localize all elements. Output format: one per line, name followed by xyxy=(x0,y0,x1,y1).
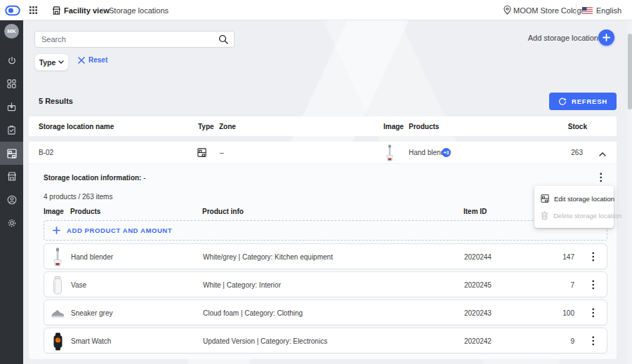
refresh-icon xyxy=(558,97,567,106)
account-circle-icon xyxy=(7,195,17,205)
more-products-badge[interactable]: +3 xyxy=(442,148,451,157)
menu-item-label: Edit storage location xyxy=(554,195,614,203)
menu-item-edit-storage-location[interactable]: Edit storage location xyxy=(534,190,614,207)
results-count: 5 Results xyxy=(39,97,73,105)
clipboard-check-icon xyxy=(7,126,16,135)
chevron-up-icon xyxy=(599,152,606,156)
smart-watch-image xyxy=(51,332,65,351)
menu-item-delete-storage-location[interactable]: Delete storage location xyxy=(534,207,614,224)
location-type-icon xyxy=(197,148,206,159)
product-name: Hand blender xyxy=(71,253,113,261)
location-options-button[interactable] xyxy=(596,172,606,183)
storage-location-row[interactable]: B-02 – Hand blender +3 263 xyxy=(29,142,617,163)
top-bar: Facility view | Storage locations MOOM S… xyxy=(0,0,632,20)
storage-location-information: Storage location information: - xyxy=(44,174,146,182)
breadcrumb-page[interactable]: Storage locations xyxy=(109,0,169,20)
location-product-image xyxy=(383,144,396,163)
vertical-scrollbar[interactable] xyxy=(628,20,632,364)
user-avatar[interactable]: MK xyxy=(4,24,19,39)
add-product-label: ADD PRODUCT AND AMOUNT xyxy=(67,227,172,234)
detail-col-image: Image xyxy=(44,208,64,215)
brand-logo-icon[interactable] xyxy=(5,0,20,20)
product-options-button[interactable] xyxy=(592,308,595,321)
search-icon[interactable] xyxy=(218,34,234,44)
detail-col-products: Products xyxy=(70,208,100,215)
sneaker-image xyxy=(51,304,65,323)
refresh-button[interactable]: REFRESH xyxy=(549,93,617,110)
products-summary: 4 products / 263 items xyxy=(44,193,112,201)
kebab-menu-icon xyxy=(592,308,595,318)
store-awning-icon xyxy=(7,172,17,181)
sidebar-item-dashboard[interactable] xyxy=(0,72,23,95)
product-item-id: 2020242 xyxy=(464,337,492,345)
kebab-menu-icon xyxy=(600,173,603,182)
type-filter-dropdown[interactable]: Type xyxy=(34,53,69,71)
search-bar xyxy=(34,31,235,48)
location-stock: 263 xyxy=(553,149,583,156)
product-item-id: 2020245 xyxy=(464,281,492,289)
product-amount: 100 xyxy=(543,309,574,317)
col-stock: Stock xyxy=(567,123,587,130)
col-type: Type xyxy=(198,123,214,130)
breadcrumb-separator: | xyxy=(102,0,104,20)
edit-storage-icon xyxy=(541,194,549,203)
detail-col-item-id: Item ID xyxy=(463,208,487,215)
product-info: Cloud foam | Category: Clothing xyxy=(203,309,303,317)
sidebar-item-logout[interactable] xyxy=(0,49,23,72)
product-item-id: 2020243 xyxy=(464,309,492,317)
sidebar-nav xyxy=(0,49,23,234)
close-x-icon xyxy=(78,57,85,64)
topbar-divider xyxy=(576,4,577,16)
location-pin-icon xyxy=(503,0,511,20)
plus-icon xyxy=(603,34,610,41)
add-product-and-amount-button[interactable]: ADD PRODUCT AND AMOUNT xyxy=(44,220,607,241)
sidebar-item-tasks[interactable] xyxy=(0,119,23,142)
inbox-box-icon xyxy=(7,102,16,112)
collapse-row-button[interactable] xyxy=(599,150,606,158)
sidebar-item-storage-locations[interactable] xyxy=(0,142,23,165)
add-storage-location-button[interactable] xyxy=(598,29,614,46)
product-name: Smart Watch xyxy=(71,337,111,345)
settings-gear-icon xyxy=(7,218,17,228)
product-options-button[interactable] xyxy=(592,280,595,292)
kebab-menu-icon xyxy=(592,280,595,290)
product-row-smart-watch[interactable]: Smart Watch Updated Version | Category: … xyxy=(44,328,607,353)
sidebar-item-account[interactable] xyxy=(0,188,23,211)
storage-location-detail-panel: Storage location information: - 4 produc… xyxy=(29,163,617,359)
sidebar-item-store[interactable] xyxy=(0,165,23,188)
scrollbar-thumb[interactable] xyxy=(628,34,632,109)
product-options-button[interactable] xyxy=(592,252,595,264)
refresh-label: REFRESH xyxy=(572,97,607,105)
product-amount: 7 xyxy=(543,281,574,289)
product-options-button[interactable] xyxy=(592,336,595,349)
hand-blender-image xyxy=(51,248,65,267)
col-products: Products xyxy=(409,123,439,130)
product-row-sneaker-grey[interactable]: Sneaker grey Cloud foam | Category: Clot… xyxy=(44,299,607,325)
product-row-hand-blender[interactable]: Hand blender White/grey | Category: Kitc… xyxy=(44,243,607,269)
chevron-down-icon xyxy=(58,60,64,64)
plus-icon xyxy=(53,227,60,234)
apps-grid-icon[interactable] xyxy=(29,0,37,20)
vase-image xyxy=(51,276,65,295)
kebab-menu-icon xyxy=(592,252,595,262)
product-name: Sneaker grey xyxy=(71,309,112,317)
col-zone: Zone xyxy=(219,123,236,130)
product-info: White/grey | Category: Kitchen equipment xyxy=(203,253,333,261)
storefront-icon xyxy=(52,0,61,20)
reset-filters-button[interactable]: Reset xyxy=(78,56,107,64)
store-selector[interactable]: MOOM Store Cologne xyxy=(513,0,590,20)
trash-icon xyxy=(541,211,548,220)
product-info: Updated Version | Category: Electronics xyxy=(203,337,327,345)
sidebar-item-settings[interactable] xyxy=(0,211,23,234)
app-window: Facility view | Storage locations MOOM S… xyxy=(0,0,632,364)
product-amount: 147 xyxy=(543,253,574,261)
product-info: White | Category: Interior xyxy=(203,281,281,289)
location-zone: – xyxy=(220,149,224,156)
sidebar-item-goods-in[interactable] xyxy=(0,95,23,119)
language-selector[interactable]: English xyxy=(596,0,621,20)
locations-table-header: Storage location name Type Zone Image Pr… xyxy=(29,116,617,136)
col-storage-location-name: Storage location name xyxy=(39,123,114,130)
product-row-vase[interactable]: Vase White | Category: Interior 2020245 … xyxy=(44,271,607,297)
search-input[interactable] xyxy=(35,35,218,43)
power-icon xyxy=(7,56,17,66)
